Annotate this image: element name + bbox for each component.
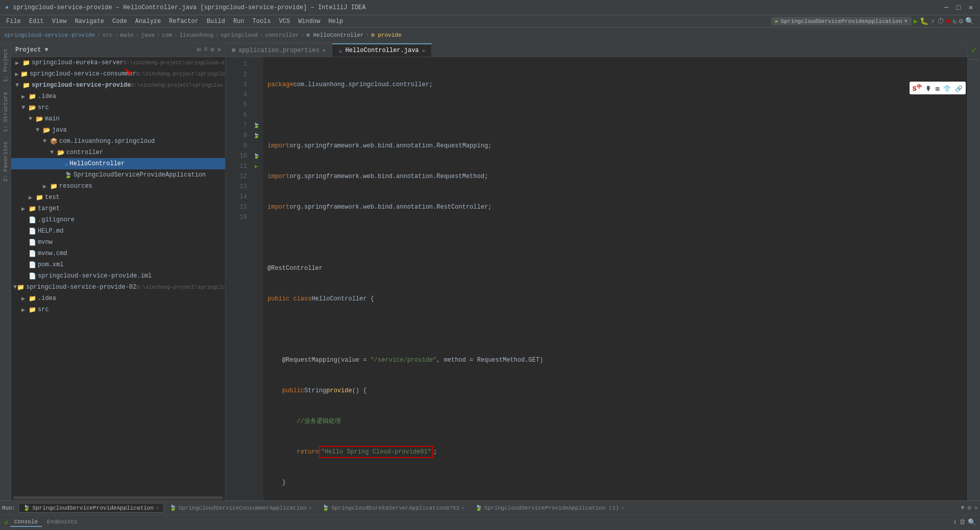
- right-panel-icons: ✓: [967, 43, 980, 500]
- run-panel-dropdown[interactable]: ▼: [961, 504, 964, 512]
- tree-item-main[interactable]: ▼ 📂 main: [11, 113, 225, 124]
- stop-button[interactable]: ■: [946, 17, 950, 26]
- debug-button[interactable]: 🐛: [920, 17, 928, 26]
- clear-console-icon[interactable]: 🗑: [959, 518, 966, 526]
- tree-item-spring-app[interactable]: 🍃 SpringcloudServiceProvideApplication: [11, 169, 225, 181]
- project-tree: ▶ 📁 springcloud-eureka-server D:\xinchen…: [11, 57, 225, 495]
- coverage-button[interactable]: ⚡: [930, 17, 935, 26]
- close-tab-properties[interactable]: ✕: [323, 47, 326, 54]
- close-tab-hello[interactable]: ✕: [422, 47, 426, 54]
- settings-icon[interactable]: ≡: [204, 46, 207, 54]
- tree-item-eureka[interactable]: ▶ 📁 springcloud-eureka-server D:\xinchen…: [11, 57, 225, 68]
- tree-item-target[interactable]: ▶ 📁 target: [11, 203, 225, 214]
- collapse-all-icon[interactable]: ⊟: [197, 46, 201, 54]
- run-button[interactable]: ▶: [914, 17, 918, 26]
- favorites-tab[interactable]: 2: Favorites: [1, 137, 10, 186]
- code-content: package com.lixuanhong.springcloud.contr…: [263, 57, 967, 500]
- tree-item-controller[interactable]: ▼ 📂 controller: [11, 147, 225, 158]
- tree-item-java[interactable]: ▼ 📂 java: [11, 124, 225, 136]
- tree-item-provide[interactable]: ▼ 📁 springcloud-service-provide D:\xinch…: [11, 80, 225, 91]
- menu-code[interactable]: Code: [108, 17, 131, 26]
- run-tab-provide1[interactable]: 🍃 SpringcloudServiceProvideApplication (…: [471, 503, 629, 513]
- bc-src[interactable]: src: [103, 32, 113, 38]
- top-right-toolbar: ▶ SpringcloudServiceProvideApplication ▼…: [771, 17, 978, 26]
- menu-run[interactable]: Run: [229, 17, 249, 26]
- tree-item-test[interactable]: ▶ 📁 test: [11, 192, 225, 203]
- code-line-2: [267, 110, 963, 120]
- close-panel-icon[interactable]: ✕: [217, 46, 221, 54]
- run-panel-close[interactable]: ✕: [974, 504, 978, 512]
- run-tab-provide[interactable]: 🍃 SpringcloudServiceProvideApplication ✕: [18, 503, 163, 513]
- menu-help[interactable]: Help: [324, 17, 347, 26]
- close-button[interactable]: ✕: [967, 4, 975, 12]
- bc-springcloud[interactable]: springcloud: [220, 32, 258, 38]
- menu-navigate[interactable]: Navigate: [70, 17, 108, 26]
- bc-lixuanhong[interactable]: lixuanhong: [180, 32, 213, 38]
- gear-icon[interactable]: ⚙: [211, 46, 214, 54]
- bc-hello-controller[interactable]: ⚙ HelloController: [306, 32, 363, 38]
- bc-java[interactable]: java: [141, 32, 154, 38]
- menu-analyze[interactable]: Analyze: [131, 17, 165, 26]
- endpoints-subtab[interactable]: Endpoints: [43, 518, 81, 527]
- tree-arrow-spring: [57, 171, 64, 179]
- menu-vcs[interactable]: VCS: [275, 17, 295, 26]
- tree-item-idea[interactable]: ▶ 📁 .idea: [11, 91, 225, 102]
- search-button[interactable]: 🔍: [965, 17, 974, 26]
- title-bar: ● springcloud-service-provide – HelloCon…: [0, 0, 980, 15]
- settings-button[interactable]: ⚙: [959, 17, 963, 26]
- run-tab-eureka[interactable]: 🍃 SpringcloudEurekaServerApplication8762…: [317, 503, 469, 513]
- menu-view[interactable]: View: [48, 17, 71, 26]
- tree-item-provide02[interactable]: ▼ 📁 springcloud-service-provide-02 D:\xi…: [11, 282, 225, 293]
- tree-item-idea02[interactable]: ▶ 📁 .idea: [11, 293, 225, 304]
- menu-refactor[interactable]: Refactor: [165, 17, 203, 26]
- tree-item-consummer[interactable]: ▶ 📁 springcloud-service-consummer D:\xin…: [11, 68, 225, 80]
- file-icon-mvnw: 📄: [29, 239, 36, 246]
- folder-icon-idea02: 📁: [29, 295, 36, 302]
- bc-controller[interactable]: controller: [265, 32, 299, 38]
- maximize-button[interactable]: □: [954, 4, 963, 12]
- app-icon: ●: [5, 4, 9, 11]
- menu-window[interactable]: Window: [294, 17, 324, 26]
- scroll-to-end-icon[interactable]: ⬇: [953, 518, 957, 526]
- menu-edit[interactable]: Edit: [25, 17, 48, 26]
- close-run-tab-consummer[interactable]: ✕: [309, 504, 312, 511]
- tree-item-package[interactable]: ▼ 📦 com.lixuanhong.springcloud: [11, 136, 225, 147]
- restart-icon[interactable]: ↺: [4, 518, 8, 526]
- close-run-tab-provide1[interactable]: ✕: [621, 504, 625, 511]
- filter-icon[interactable]: 🔍: [968, 518, 976, 526]
- profile-button[interactable]: ⏱: [937, 17, 944, 26]
- tree-item-src02[interactable]: ▶ 📁 src: [11, 304, 225, 315]
- tree-item-pom[interactable]: 📄 pom.xml: [11, 259, 225, 270]
- tree-arrow-provide02: ▼: [13, 284, 17, 291]
- close-run-tab-provide[interactable]: ✕: [156, 504, 159, 511]
- bc-main[interactable]: main: [120, 32, 133, 38]
- tree-item-iml[interactable]: 📄 springcloud-service-provide.iml: [11, 270, 225, 282]
- bc-project[interactable]: springcloud-service-provide: [4, 32, 95, 38]
- console-subtab[interactable]: Console: [10, 518, 42, 527]
- tree-item-src[interactable]: ▼ 📂 src: [11, 102, 225, 113]
- tree-item-help[interactable]: 📄 HELP.md: [11, 225, 225, 237]
- tree-item-resources[interactable]: ▶ 📁 resources: [11, 181, 225, 192]
- tree-item-mvnw-cmd[interactable]: 📄 mvnw.cmd: [11, 248, 225, 259]
- minimize-button[interactable]: ─: [942, 4, 950, 12]
- close-run-tab-eureka[interactable]: ✕: [461, 504, 465, 511]
- horizontal-scrollbar[interactable]: [13, 496, 223, 499]
- bc-com[interactable]: com: [162, 32, 172, 38]
- code-line-13: return "Hello Spring Cloud-provide01";: [267, 447, 963, 457]
- menu-tools[interactable]: Tools: [249, 17, 275, 26]
- project-tab[interactable]: 1: Project: [1, 44, 10, 86]
- menu-build[interactable]: Build: [203, 17, 229, 26]
- tree-item-gitignore[interactable]: 📄 .gitignore: [11, 214, 225, 225]
- tree-item-mvnw[interactable]: 📄 mvnw: [11, 237, 225, 248]
- run-config-selector[interactable]: ▶ SpringcloudServiceProvideApplication ▼: [771, 17, 912, 26]
- bc-provide[interactable]: ⚙ provide: [371, 32, 401, 38]
- structure-tab[interactable]: 1: Structure: [1, 87, 10, 136]
- code-line-9: [267, 324, 963, 335]
- tab-application-properties[interactable]: ⚙ application.properties ✕: [226, 43, 332, 57]
- tab-hello-controller[interactable]: ☕ HelloController.java ✕: [332, 43, 432, 57]
- menu-file[interactable]: File: [2, 17, 25, 26]
- tree-item-hello-controller[interactable]: ☕ HelloController: [11, 158, 225, 169]
- update-button[interactable]: ↻: [952, 17, 957, 26]
- run-panel-settings[interactable]: ⚙: [968, 504, 971, 512]
- run-tab-consummer[interactable]: 🍃 SpringcloudServiceConsummerApplication…: [165, 503, 316, 513]
